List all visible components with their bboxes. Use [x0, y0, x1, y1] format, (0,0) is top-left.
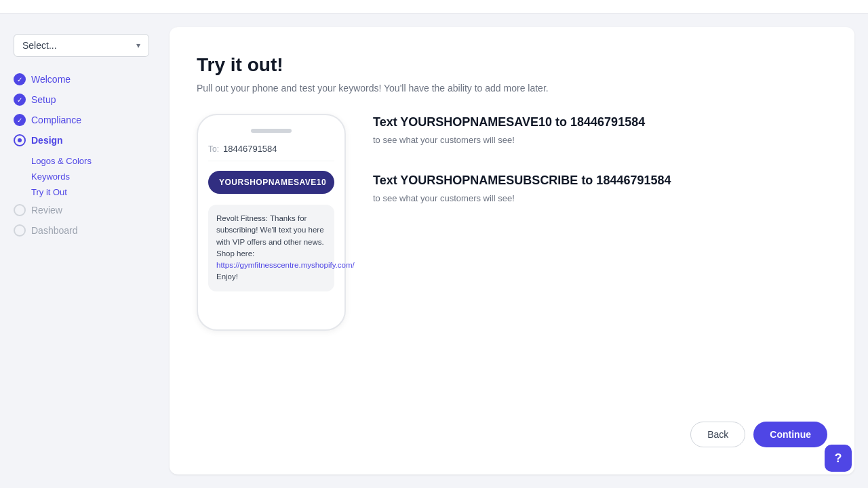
response-text: Revolt Fitness: Thanks for subscribing! … — [216, 214, 324, 258]
sidebar-item-dashboard[interactable]: Dashboard — [14, 222, 149, 239]
top-bar — [0, 0, 868, 14]
phone-to-label: To: — [208, 144, 219, 154]
sidebar-item-label: Design — [31, 135, 63, 146]
check-icon — [14, 73, 26, 85]
page-title: Try it out! — [197, 54, 827, 76]
sidebar-item-label: Compliance — [31, 115, 81, 125]
sidebar-subitem-logos-colors[interactable]: Logos & Colors — [31, 155, 149, 167]
sidebar-item-label: Welcome — [31, 74, 71, 85]
nav-list: Welcome Setup Compliance Design Logos & … — [14, 70, 149, 239]
empty-icon — [14, 224, 26, 237]
instruction-block-2: Text YOURSHOPNAMESUBSCRIBE to 1844679158… — [373, 172, 827, 203]
page-subtitle: Pull out your phone and test your keywor… — [197, 83, 827, 94]
sidebar-item-setup[interactable]: Setup — [14, 91, 149, 108]
sidebar-item-label: Dashboard — [31, 225, 78, 236]
continue-button[interactable]: Continue — [753, 422, 827, 447]
phone-to-row: To: 18446791584 — [208, 144, 334, 161]
instruction-text-2: Text YOURSHOPNAMESUBSCRIBE to 1844679158… — [373, 172, 827, 189]
response-bubble: Revolt Fitness: Thanks for subscribing! … — [208, 205, 334, 291]
empty-icon — [14, 204, 26, 216]
store-select[interactable]: Select... ▾ — [14, 34, 149, 57]
sidebar-item-welcome[interactable]: Welcome — [14, 70, 149, 88]
phone-number: 18446791584 — [223, 144, 277, 154]
response-end: Enjoy! — [216, 272, 238, 281]
sidebar-item-label: Setup — [31, 94, 56, 105]
try-it-content: To: 18446791584 YOURSHOPNAMESAVE10 Revol… — [197, 114, 827, 331]
sidebar-item-review[interactable]: Review — [14, 201, 149, 219]
sidebar-subitem-try-it-out[interactable]: Try it Out — [31, 186, 149, 199]
instruction-sub-2: to see what your customers will see! — [373, 193, 827, 203]
sidebar: Select... ▾ Welcome Setup Compliance De — [14, 27, 149, 474]
chevron-down-icon: ▾ — [136, 41, 140, 50]
help-button[interactable]: ? — [825, 445, 852, 472]
instruction-block-1: Text YOURSHOPNAMESAVE10 to 18446791584 t… — [373, 114, 827, 145]
question-icon: ? — [835, 451, 842, 466]
keyword-bubble: YOURSHOPNAMESAVE10 — [208, 171, 334, 194]
instructions-panel: Text YOURSHOPNAMESAVE10 to 18446791584 t… — [373, 114, 827, 203]
back-button[interactable]: Back — [690, 422, 745, 447]
sidebar-subitem-keywords[interactable]: Keywords — [31, 170, 149, 183]
design-sub-nav: Logos & Colors Keywords Try it Out — [31, 155, 149, 199]
instruction-sub-1: to see what your customers will see! — [373, 135, 827, 145]
sidebar-item-compliance[interactable]: Compliance — [14, 111, 149, 129]
check-icon — [14, 114, 26, 126]
sidebar-item-design[interactable]: Design — [14, 131, 149, 149]
sidebar-item-label: Review — [31, 205, 62, 216]
select-value: Select... — [22, 40, 57, 51]
response-link[interactable]: https://gymfitnesscentre.myshopify.com/ — [216, 261, 355, 269]
phone-mockup: To: 18446791584 YOURSHOPNAMESAVE10 Revol… — [197, 114, 346, 331]
actions-row: Back Continue — [690, 422, 827, 447]
phone-speaker — [251, 129, 292, 133]
dot-icon — [14, 134, 26, 146]
instruction-text-1: Text YOURSHOPNAMESAVE10 to 18446791584 — [373, 114, 827, 131]
check-icon — [14, 94, 26, 106]
content-card: Try it out! Pull out your phone and test… — [170, 27, 854, 474]
